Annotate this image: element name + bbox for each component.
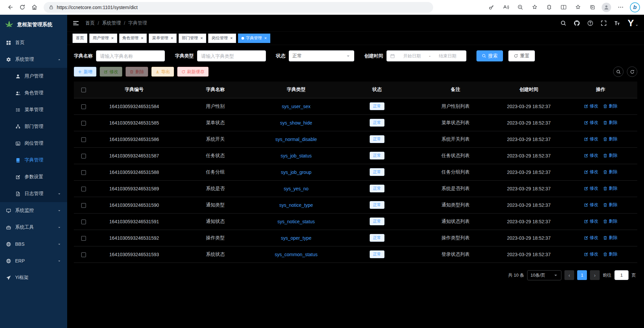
tab-close-icon[interactable]: × bbox=[200, 36, 203, 40]
row-delete-button[interactable]: 删除 bbox=[603, 136, 617, 142]
sidebar-item-1[interactable]: 系统管理 bbox=[0, 51, 67, 68]
dict-name-input[interactable] bbox=[96, 50, 165, 61]
prev-page-button[interactable]: ‹ bbox=[564, 270, 574, 280]
refresh-table-button[interactable] bbox=[627, 66, 637, 77]
breadcrumb-item-0[interactable]: 首页 bbox=[85, 20, 95, 26]
sidebar-item-4[interactable]: BBS bbox=[0, 236, 67, 252]
dict-type-link[interactable]: sys_notice_status bbox=[277, 219, 315, 224]
row-edit-button[interactable]: 修改 bbox=[584, 136, 598, 142]
tab-4[interactable]: 部门管理× bbox=[179, 34, 206, 43]
row-delete-button[interactable]: 删除 bbox=[603, 185, 617, 191]
browser-home-button[interactable] bbox=[28, 1, 40, 13]
export-button[interactable]: 导出 bbox=[151, 67, 174, 77]
tab-2[interactable]: 角色管理× bbox=[119, 34, 147, 43]
row-edit-button[interactable]: 修改 bbox=[584, 251, 598, 257]
row-delete-button[interactable]: 删除 bbox=[603, 235, 617, 241]
row-checkbox[interactable] bbox=[81, 252, 86, 257]
reset-button[interactable]: 重置 bbox=[508, 50, 535, 61]
status-select[interactable]: 正常 bbox=[289, 50, 354, 61]
add-button[interactable]: 新增 bbox=[74, 67, 96, 77]
sidebar-item-5[interactable]: ERP bbox=[0, 252, 67, 269]
row-edit-button[interactable]: 修改 bbox=[584, 120, 598, 126]
row-checkbox[interactable] bbox=[81, 187, 86, 191]
row-delete-button[interactable]: 删除 bbox=[603, 169, 617, 175]
delete-button[interactable]: 删除 bbox=[126, 67, 148, 77]
row-checkbox[interactable] bbox=[81, 137, 86, 142]
tab-close-icon[interactable]: × bbox=[230, 36, 233, 40]
row-checkbox[interactable] bbox=[81, 203, 86, 208]
next-page-button[interactable]: › bbox=[590, 270, 600, 280]
row-edit-button[interactable]: 修改 bbox=[584, 235, 598, 241]
row-delete-button[interactable]: 删除 bbox=[603, 152, 617, 158]
zoom-button[interactable] bbox=[515, 2, 525, 12]
row-checkbox[interactable] bbox=[81, 170, 86, 175]
row-checkbox[interactable] bbox=[81, 220, 86, 224]
collections-button[interactable] bbox=[587, 2, 597, 12]
refresh-cache-button[interactable]: 刷新缓存 bbox=[177, 67, 209, 77]
sidebar-item-0[interactable]: 首页 bbox=[0, 34, 67, 51]
favorites-button[interactable] bbox=[573, 2, 583, 12]
sidebar-subitem-1-0[interactable]: 用户管理 bbox=[0, 68, 67, 85]
dict-type-input[interactable] bbox=[197, 50, 266, 61]
search-button[interactable]: 搜索 bbox=[476, 50, 503, 61]
row-checkbox[interactable] bbox=[81, 236, 86, 241]
sidebar-subitem-1-7[interactable]: 日志管理 bbox=[0, 185, 67, 202]
tab-5[interactable]: 岗位管理× bbox=[208, 34, 236, 43]
goto-page-input[interactable] bbox=[614, 270, 629, 280]
row-delete-button[interactable]: 删除 bbox=[603, 202, 617, 208]
dict-type-link[interactable]: sys_normal_disable bbox=[275, 137, 317, 142]
tab-3[interactable]: 菜单管理× bbox=[149, 34, 177, 43]
row-checkbox[interactable] bbox=[81, 121, 86, 126]
password-key-button[interactable] bbox=[486, 2, 496, 12]
browser-profile-avatar[interactable] bbox=[602, 3, 611, 12]
extensions-button[interactable] bbox=[544, 2, 554, 12]
row-checkbox[interactable] bbox=[81, 104, 86, 109]
page-1-button[interactable]: 1 bbox=[577, 270, 587, 280]
row-edit-button[interactable]: 修改 bbox=[584, 152, 598, 158]
edit-button[interactable]: 修改 bbox=[100, 67, 122, 77]
date-range-picker[interactable]: 开始日期 - 结束日期 bbox=[386, 50, 466, 61]
row-edit-button[interactable]: 修改 bbox=[584, 202, 598, 208]
tab-close-icon[interactable]: × bbox=[141, 36, 144, 40]
row-delete-button[interactable]: 删除 bbox=[603, 251, 617, 257]
sidebar-subitem-1-5[interactable]: 字典管理 bbox=[0, 152, 67, 169]
sidebar-subitem-1-6[interactable]: 参数设置 bbox=[0, 169, 67, 185]
github-button[interactable] bbox=[574, 20, 580, 26]
row-checkbox[interactable] bbox=[81, 154, 86, 158]
bing-sidebar-button[interactable]: b bbox=[630, 2, 640, 12]
row-edit-button[interactable]: 修改 bbox=[584, 185, 598, 191]
dict-type-link[interactable]: sys_show_hide bbox=[280, 120, 312, 126]
fullscreen-button[interactable] bbox=[601, 20, 607, 26]
row-edit-button[interactable]: 修改 bbox=[584, 169, 598, 175]
add-favorite-button[interactable] bbox=[530, 2, 540, 12]
dict-type-link[interactable]: sys_job_group bbox=[281, 170, 311, 175]
tab-0[interactable]: 首页 bbox=[73, 34, 87, 43]
tab-6[interactable]: 字典管理× bbox=[238, 34, 270, 43]
header-search-button[interactable] bbox=[560, 20, 566, 26]
browser-more-button[interactable] bbox=[615, 2, 626, 12]
tab-close-icon[interactable]: × bbox=[264, 36, 267, 40]
tab-1[interactable]: 用户管理× bbox=[89, 34, 117, 43]
address-bar[interactable]: https://ccnetcore.com:1101/system/dict bbox=[44, 2, 433, 13]
font-size-button[interactable] bbox=[614, 20, 620, 26]
dict-type-link[interactable]: sys_user_sex bbox=[282, 104, 311, 109]
sidebar-item-2[interactable]: 系统监控 bbox=[0, 202, 67, 219]
row-delete-button[interactable]: 删除 bbox=[603, 218, 617, 224]
page-size-select[interactable]: 10条/页 bbox=[527, 270, 561, 280]
sidebar-toggle-button[interactable] bbox=[73, 20, 79, 27]
browser-back-button[interactable] bbox=[4, 1, 16, 13]
browser-refresh-button[interactable] bbox=[16, 1, 28, 13]
user-avatar-menu[interactable]: Y bbox=[628, 18, 639, 28]
select-all-checkbox[interactable] bbox=[81, 88, 86, 92]
breadcrumb-item-1[interactable]: 系统管理 bbox=[102, 20, 121, 26]
sidebar-subitem-1-1[interactable]: 角色管理 bbox=[0, 85, 67, 101]
sidebar-item-3[interactable]: 系统工具 bbox=[0, 219, 67, 236]
tab-close-icon[interactable]: × bbox=[111, 36, 114, 40]
split-screen-button[interactable] bbox=[558, 2, 568, 12]
row-edit-button[interactable]: 修改 bbox=[584, 218, 598, 224]
row-delete-button[interactable]: 删除 bbox=[603, 120, 617, 126]
toggle-search-button[interactable] bbox=[613, 66, 624, 77]
row-delete-button[interactable]: 删除 bbox=[603, 103, 617, 109]
sidebar-subitem-1-2[interactable]: 菜单管理 bbox=[0, 101, 67, 118]
dict-type-link[interactable]: sys_job_status bbox=[281, 153, 312, 158]
